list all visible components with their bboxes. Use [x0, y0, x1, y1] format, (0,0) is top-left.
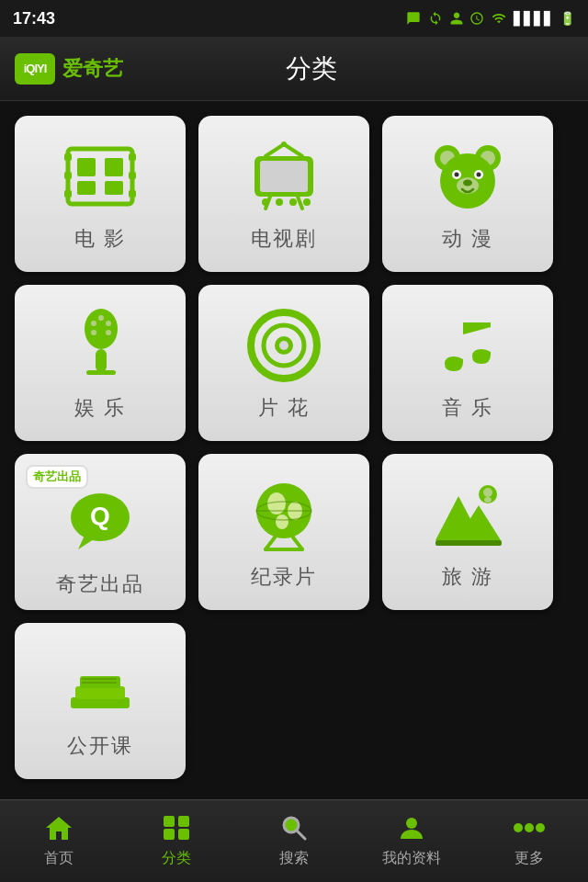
svg-rect-69 — [164, 816, 175, 827]
svg-rect-0 — [68, 149, 132, 204]
qiyi-icon: Q — [59, 481, 141, 563]
svg-line-11 — [266, 144, 284, 156]
category-qiyi[interactable]: 奇艺出品 Q 奇艺出品 — [15, 454, 186, 610]
main-content: 电 影 — [0, 101, 588, 799]
qiyi-label: 奇艺出品 — [56, 571, 144, 598]
svg-rect-8 — [129, 153, 136, 161]
music-label: 音 乐 — [442, 394, 493, 422]
category-anime[interactable]: 动 漫 — [382, 116, 553, 272]
svg-point-61 — [484, 497, 492, 503]
status-time: 17:43 — [13, 9, 55, 28]
bottom-nav: 首页 分类 搜索 我的资料 — [0, 799, 588, 882]
category-tv[interactable]: 电视剧 — [198, 116, 369, 272]
nav-search-label: 搜索 — [279, 849, 309, 868]
nav-search[interactable]: 搜索 — [235, 800, 353, 882]
svg-point-38 — [106, 330, 111, 335]
clips-label: 片 花 — [258, 394, 310, 422]
anime-label: 动 漫 — [442, 225, 493, 253]
category-row-1: 电 影 — [15, 116, 573, 272]
header: iQIYI 爱奇艺 分类 — [0, 37, 588, 101]
tv-icon — [243, 135, 325, 218]
nav-more[interactable]: 更多 — [470, 800, 588, 882]
category-entertainment[interactable]: 娱 乐 — [15, 285, 186, 441]
grid-icon — [163, 815, 190, 845]
category-row-2: 娱 乐 片 花 音 乐 — [15, 285, 573, 441]
disc-icon — [243, 304, 325, 387]
nav-home[interactable]: 首页 — [0, 800, 118, 882]
category-movies[interactable]: 电 影 — [15, 116, 186, 272]
travel-label: 旅 游 — [442, 563, 493, 591]
svg-point-19 — [303, 198, 311, 206]
svg-rect-71 — [164, 829, 175, 840]
nav-profile[interactable]: 我的资料 — [353, 800, 470, 882]
svg-point-13 — [281, 141, 287, 147]
header-title: 分类 — [123, 51, 500, 86]
logo-text: 爱奇艺 — [62, 55, 123, 83]
svg-rect-3 — [77, 181, 96, 195]
nav-categories-label: 分类 — [162, 849, 191, 868]
svg-point-29 — [455, 173, 459, 177]
movies-label: 电 影 — [74, 225, 126, 253]
category-documentary[interactable]: 纪录片 — [198, 454, 369, 610]
category-opencourse[interactable]: 公开课 — [15, 623, 186, 779]
svg-rect-62 — [435, 540, 502, 546]
svg-rect-2 — [105, 158, 123, 176]
documentary-label: 纪录片 — [251, 563, 317, 591]
svg-rect-9 — [129, 172, 136, 179]
bear-icon — [426, 135, 509, 218]
svg-rect-72 — [178, 829, 189, 840]
music-icon — [426, 304, 509, 387]
svg-rect-70 — [178, 816, 189, 827]
status-icons: ▋▋▋▋ 🔋 — [405, 11, 575, 26]
svg-rect-10 — [129, 190, 136, 198]
logo-box: iQIYI — [15, 53, 55, 85]
category-row-3: 奇艺出品 Q 奇艺出品 — [15, 454, 573, 610]
nav-categories[interactable]: 分类 — [118, 800, 235, 882]
svg-marker-68 — [46, 817, 72, 840]
home-icon — [45, 815, 73, 845]
svg-rect-7 — [64, 190, 72, 198]
svg-line-74 — [297, 831, 305, 839]
svg-point-54 — [276, 514, 288, 529]
qiyi-badge: 奇艺出品 — [26, 465, 88, 489]
svg-point-44 — [279, 341, 288, 350]
category-row-4: 公开课 — [15, 623, 573, 779]
status-bar: 17:43 ▋▋▋▋ 🔋 — [0, 0, 588, 37]
opencourse-label: 公开课 — [67, 732, 133, 760]
svg-line-12 — [284, 144, 302, 156]
person-icon — [399, 815, 424, 845]
svg-point-76 — [514, 823, 523, 832]
tv-label: 电视剧 — [251, 225, 317, 253]
svg-point-34 — [91, 321, 96, 326]
svg-line-20 — [266, 197, 270, 209]
mic-icon — [59, 304, 141, 387]
film-icon — [59, 135, 141, 218]
svg-text:Q: Q — [90, 502, 110, 530]
svg-point-75 — [406, 818, 417, 829]
category-travel[interactable]: 旅 游 — [382, 454, 553, 610]
nav-home-label: 首页 — [44, 849, 74, 868]
svg-point-36 — [98, 315, 104, 321]
svg-point-78 — [536, 823, 545, 832]
svg-point-60 — [483, 488, 492, 497]
category-music[interactable]: 音 乐 — [382, 285, 553, 441]
svg-point-17 — [276, 198, 283, 206]
svg-rect-1 — [77, 158, 96, 176]
logo: iQIYI 爱奇艺 — [15, 53, 123, 85]
svg-rect-64 — [75, 686, 125, 699]
svg-point-35 — [106, 321, 111, 326]
svg-point-37 — [91, 330, 96, 335]
search-icon — [281, 815, 307, 845]
book-icon — [59, 642, 141, 725]
svg-rect-15 — [260, 161, 308, 192]
svg-point-77 — [525, 823, 534, 832]
category-clips[interactable]: 片 花 — [198, 285, 369, 441]
travel-icon — [426, 473, 509, 556]
nav-profile-label: 我的资料 — [382, 849, 441, 868]
nav-more-label: 更多 — [514, 849, 544, 868]
svg-rect-5 — [64, 153, 72, 161]
svg-rect-39 — [96, 349, 107, 372]
svg-point-33 — [85, 309, 118, 349]
globe-icon — [243, 473, 325, 556]
svg-rect-6 — [64, 172, 72, 179]
